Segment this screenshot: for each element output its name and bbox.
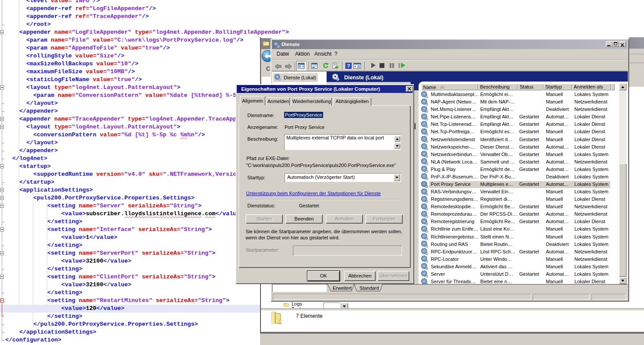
svg-text:?: ? [347,63,350,68]
svg-text:Standard: Standard [359,285,379,291]
svg-text:Erweitert: Erweitert [333,285,352,291]
